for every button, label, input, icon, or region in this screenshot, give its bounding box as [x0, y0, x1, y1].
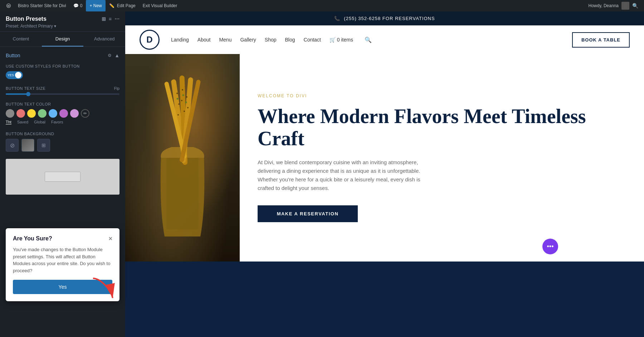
svg-point-8	[176, 93, 178, 94]
breadstick-visual	[136, 58, 229, 258]
color-swatch-blue[interactable]	[49, 109, 57, 118]
panel-title-row: Button Presets ⊞ ≡ ⋯	[6, 16, 119, 22]
svg-text:W: W	[8, 4, 10, 8]
button-section-settings[interactable]: ⚙	[108, 53, 112, 58]
color-swatch-lavender[interactable]	[70, 109, 79, 118]
tab-content[interactable]: Content	[0, 32, 42, 47]
color-swatch-gray[interactable]	[6, 109, 14, 118]
dots-icon: •••	[547, 243, 554, 250]
nav-search-icon[interactable]: 🔍	[365, 36, 372, 43]
toggle-container: YES	[6, 71, 119, 79]
confirm-close-button[interactable]: ×	[108, 235, 112, 242]
color-tab-tht[interactable]: Tht	[6, 120, 11, 124]
slider-track	[6, 93, 119, 95]
reservation-button[interactable]: MAKE A RESERVATION	[258, 205, 358, 222]
comment-icon: 💬	[73, 3, 79, 8]
hero-content: WELCOME TO DIVI Where Modern Flavors Mee…	[240, 54, 644, 262]
site-name-label: Bistro Starter Site for Divi	[18, 3, 66, 8]
svg-point-10	[177, 114, 179, 116]
admin-bar-right: Howdy, Deanna 🔍	[589, 2, 641, 10]
left-panel: Button Presets ⊞ ≡ ⋯ Preset: Architect P…	[0, 11, 125, 337]
nav-item-menu[interactable]: Menu	[219, 37, 231, 43]
exit-builder-bar-item[interactable]: Exit Visual Builder	[139, 0, 181, 11]
button-section-header: Button ⚙ ▲	[6, 53, 119, 58]
text-size-slider	[6, 93, 119, 95]
hero-subtitle: WELCOME TO DIVI	[258, 93, 626, 98]
bg-options: ⊘ ⊞	[6, 139, 119, 152]
bg-option-gradient[interactable]	[21, 139, 34, 152]
text-size-value: Flp	[114, 86, 119, 91]
main-content: 📞 (255) 352-6258 FOR RESERVATIONS D Land…	[125, 11, 644, 337]
svg-point-17	[182, 94, 184, 96]
tab-advanced[interactable]: Advanced	[83, 32, 125, 47]
color-pencil-icon[interactable]: ✏	[81, 109, 89, 118]
comments-bar-item[interactable]: 💬 0	[70, 0, 86, 11]
site-logo[interactable]: D	[140, 30, 160, 50]
exit-builder-label: Exit Visual Builder	[143, 3, 177, 8]
phone-text: (255) 352-6258 FOR RESERVATIONS	[344, 16, 435, 21]
nav-item-shop[interactable]: Shop	[265, 37, 277, 43]
book-table-button[interactable]: BOOK A TABLE	[572, 32, 630, 48]
color-swatches: ✏	[6, 109, 119, 118]
wp-logo[interactable]: W	[3, 0, 14, 11]
color-tab-global[interactable]: Global	[34, 120, 45, 124]
bg-option-none[interactable]: ⊘	[6, 139, 19, 152]
slider-fill	[6, 93, 29, 95]
panel-title-text: Button Presets	[6, 16, 47, 22]
tab-advanced-label: Advanced	[94, 36, 115, 41]
new-bar-item[interactable]: + New	[86, 0, 105, 11]
nav-item-contact[interactable]: Contact	[304, 37, 321, 43]
arrow-container	[89, 275, 118, 305]
site-header: D Landing About Menu Gallery Shop Blog C…	[125, 25, 644, 54]
color-swatch-purple[interactable]	[59, 109, 68, 118]
button-section-title: Button	[6, 53, 20, 58]
text-color-label: Button Text Color	[6, 102, 119, 106]
svg-point-13	[184, 111, 185, 112]
confirm-message: You've made changes to the Button Module…	[13, 246, 112, 274]
hero-image-inner	[125, 54, 240, 262]
panel-icon-more[interactable]: ⋯	[114, 16, 119, 22]
text-size-group: Button Text Size Flp	[6, 86, 119, 95]
panel-preset[interactable]: Preset: Architect Primary ▾	[6, 24, 119, 29]
color-tab-saved[interactable]: Saved	[17, 120, 28, 124]
color-swatch-green[interactable]	[38, 109, 47, 118]
nav-item-about[interactable]: About	[197, 37, 211, 43]
nav-item-landing[interactable]: Landing	[171, 37, 189, 43]
panel-title-icons: ⊞ ≡ ⋯	[102, 16, 119, 22]
pencil-icon: ✏️	[109, 3, 114, 8]
comments-count: 0	[80, 3, 83, 8]
nav-item-blog[interactable]: Blog	[285, 37, 295, 43]
button-section-collapse[interactable]: ▲	[114, 53, 119, 58]
search-icon[interactable]: 🔍	[632, 3, 638, 9]
nav-cart[interactable]: 🛒 0 items	[330, 37, 353, 43]
logo-letter: D	[146, 35, 152, 45]
panel-icon-grid[interactable]: ⊞	[102, 16, 106, 22]
button-bg-label: Button Background	[6, 132, 119, 136]
preset-chevron: ▾	[54, 24, 56, 29]
edit-page-bar-item[interactable]: ✏️ Edit Page	[106, 0, 139, 11]
svg-point-12	[181, 100, 182, 101]
slider-thumb[interactable]	[26, 92, 30, 96]
button-bg-group: Button Background ⊘ ⊞	[6, 132, 119, 152]
color-swatch-yellow[interactable]	[27, 109, 36, 118]
color-tab-favors[interactable]: Favors	[51, 120, 63, 124]
bg-option-image[interactable]: ⊞	[37, 139, 50, 152]
svg-point-14	[186, 96, 187, 98]
phone-icon: 📞	[334, 16, 340, 21]
svg-point-11	[182, 89, 183, 91]
nav-item-gallery[interactable]: Gallery	[240, 37, 256, 43]
panel-icon-list[interactable]: ≡	[109, 16, 112, 22]
color-tabs: Tht Saved Global Favors	[6, 120, 119, 124]
dots-menu-button[interactable]: •••	[542, 239, 558, 254]
site-name-bar-item[interactable]: Bistro Starter Site for Divi	[14, 0, 70, 11]
cart-icon: 🛒	[330, 37, 336, 43]
tab-design[interactable]: Design	[42, 32, 84, 47]
text-size-label: Button Text Size	[6, 86, 45, 91]
color-swatch-pink[interactable]	[16, 109, 25, 118]
edit-page-label: Edit Page	[117, 3, 136, 8]
svg-point-18	[185, 102, 187, 103]
toggle-yes-label: YES	[8, 73, 14, 77]
svg-point-16	[177, 98, 179, 100]
custom-styles-toggle[interactable]: YES	[6, 71, 23, 79]
confirm-title-text: Are You Sure?	[13, 235, 52, 242]
